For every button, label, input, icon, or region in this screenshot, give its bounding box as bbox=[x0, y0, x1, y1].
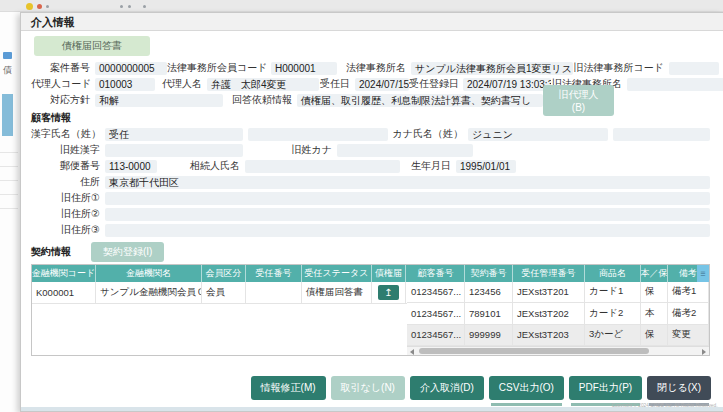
dialog-title: 介入情報 bbox=[21, 13, 723, 31]
status-badge: 債権届回答書 bbox=[34, 36, 150, 56]
customer-no-cell: 01234567... bbox=[407, 325, 465, 346]
cancel-intervention-button[interactable]: 介入取消(D) bbox=[410, 376, 484, 400]
bank-row[interactable]: K000001 サンプル金融機関会員０１ 会員 債権届回答書 ↥ bbox=[32, 282, 407, 304]
accept-date-field[interactable]: 2024/07/15 bbox=[355, 78, 409, 91]
heir-name-field[interactable] bbox=[245, 160, 400, 173]
agent-name-label: 代理人名 bbox=[155, 77, 207, 91]
csv-export-button[interactable]: CSV出力(O) bbox=[489, 376, 564, 400]
kana-name-mei-field[interactable] bbox=[613, 128, 710, 141]
case-info-row-3: 対応方針 和解 回答依頼情報 債権届、取引履歴、利息制限法計算書、契約書写し 旧… bbox=[31, 93, 710, 107]
old-agent-button[interactable]: 旧代理人(B) bbox=[543, 85, 614, 116]
address-field[interactable]: 東京都千代田区 bbox=[105, 176, 710, 189]
kana-name-label: カナ氏名（姓） bbox=[388, 127, 468, 141]
upload-icon[interactable]: ↥ bbox=[378, 285, 399, 300]
contract-row[interactable]: 01234567... 789101 JEXst3T202 カード2 本 備考2 bbox=[407, 303, 709, 325]
contract-register-button[interactable]: 契約登録(I) bbox=[91, 242, 164, 262]
favicon-dot-icon bbox=[128, 5, 131, 8]
contract-row[interactable]: 01234567... 999999 JEXst3T203 3かーど 保 変更 bbox=[407, 325, 709, 347]
pdf-export-button[interactable]: PDF出力(P) bbox=[569, 376, 642, 400]
kana-name-sei-field[interactable]: ジュニン bbox=[468, 128, 608, 141]
accept-status-cell: 債権届回答書 bbox=[302, 282, 372, 303]
bank-name-cell: サンプル金融機関会員０１ bbox=[96, 282, 202, 303]
bottom-strip bbox=[21, 407, 723, 411]
zip-field[interactable]: 113-0000 bbox=[105, 160, 157, 173]
old-address1-field[interactable] bbox=[105, 192, 710, 205]
background-text: 債 bbox=[3, 64, 12, 77]
background-row-line bbox=[0, 208, 18, 209]
accept-reg-date-label: 受任登録日 bbox=[409, 77, 463, 91]
mgmt-no-cell: JEXst3T203 bbox=[513, 325, 585, 346]
close-button[interactable]: 閉じる(X) bbox=[647, 376, 711, 400]
case-no-label: 案件番号 bbox=[31, 61, 95, 75]
kanji-name-label: 漢字氏名（姓） bbox=[31, 127, 105, 141]
old-address1-label: 旧住所① bbox=[31, 191, 105, 205]
old-address3-row: 旧住所③ bbox=[31, 223, 710, 237]
old-address3-field[interactable] bbox=[105, 224, 710, 237]
claim-report-cell: ↥ bbox=[372, 282, 406, 303]
contract-table-right-header: 顧客番号 契約番号 受任管理番号 商品名 本／保 備考 bbox=[407, 265, 709, 282]
col-claim-report: 債権届 bbox=[372, 265, 406, 282]
favicon-dot-icon bbox=[46, 5, 49, 8]
old-address2-field[interactable] bbox=[105, 208, 710, 221]
column-options-icon[interactable]: ☰ bbox=[697, 265, 709, 282]
member-type-cell: 会員 bbox=[202, 282, 246, 303]
hon-ho-cell: 本 bbox=[641, 303, 668, 324]
request-info-field[interactable]: 債権届、取引履歴、利息制限法計算書、契約書写し bbox=[297, 94, 543, 107]
office-code-field[interactable]: H000001 bbox=[271, 62, 337, 75]
col-customer-no: 顧客番号 bbox=[407, 265, 465, 282]
contract-row[interactable]: 01234567... 123456 JEXst3T201 カード1 保 備考1 bbox=[407, 282, 709, 304]
window-dot-yellow-icon bbox=[26, 3, 33, 10]
agent-name-field[interactable]: 弁護 太郎4変更 bbox=[207, 78, 319, 91]
horizontal-scrollbar[interactable] bbox=[407, 346, 709, 355]
kanji-name-sei-field[interactable]: 受任 bbox=[105, 128, 243, 141]
col-member-type: 会員区分 bbox=[202, 265, 246, 282]
accept-reg-date-field[interactable]: 2024/07/19 13:03:32 bbox=[463, 78, 551, 91]
product-cell: カード1 bbox=[585, 282, 641, 303]
office-name-label: 法律事務所名 bbox=[337, 61, 411, 75]
address-label: 住所 bbox=[31, 175, 105, 189]
agent-code-field[interactable]: 010003 bbox=[95, 78, 155, 91]
product-cell: 3かーど bbox=[585, 325, 641, 346]
background-page-fragment: 債 bbox=[0, 12, 20, 412]
old-office-name-field[interactable] bbox=[627, 78, 723, 91]
scroll-left-icon[interactable] bbox=[410, 349, 414, 355]
old-office-code-field[interactable] bbox=[669, 62, 719, 75]
old-address3-label: 旧住所③ bbox=[31, 223, 105, 237]
old-kana-field[interactable] bbox=[337, 144, 473, 157]
policy-field[interactable]: 和解 bbox=[95, 94, 223, 107]
zip-birth-row: 郵便番号 113-0000 相続人氏名 生年月日 1995/01/01 bbox=[31, 159, 710, 173]
case-no-field[interactable]: 0000000005 bbox=[95, 62, 167, 75]
background-favicon-icon bbox=[3, 52, 12, 59]
kanji-name-mei-field[interactable] bbox=[248, 128, 388, 141]
note-cell: 備考2 bbox=[668, 303, 709, 324]
note-cell: 備考1 bbox=[668, 282, 709, 303]
scrollbar-thumb[interactable] bbox=[419, 348, 649, 354]
note-cell: 変更 bbox=[668, 325, 709, 346]
background-row-line bbox=[0, 166, 18, 167]
agent-code-label: 代理人コード bbox=[31, 77, 95, 91]
office-code-label: 法律事務所会員コード bbox=[167, 61, 271, 75]
contract-no-cell: 123456 bbox=[465, 282, 513, 303]
heir-name-label: 相続人氏名 bbox=[171, 159, 245, 173]
accept-date-label: 受任日 bbox=[319, 77, 355, 91]
scroll-right-icon[interactable] bbox=[702, 349, 706, 355]
background-row-line bbox=[0, 152, 18, 153]
modify-info-button[interactable]: 情報修正(M) bbox=[251, 376, 326, 400]
accept-no-cell bbox=[246, 282, 302, 303]
old-kanji-label: 旧姓漢字 bbox=[31, 143, 105, 157]
mgmt-no-cell: JEXst3T202 bbox=[513, 303, 585, 324]
col-bank-name: 金融機関名 bbox=[96, 265, 202, 282]
hon-ho-cell: 保 bbox=[641, 325, 668, 346]
old-kana-label: 旧姓カナ bbox=[273, 143, 337, 157]
action-bar: 情報修正(M) 取引なし(N) 介入取消(D) CSV出力(O) PDF出力(P… bbox=[251, 376, 711, 400]
no-transaction-button[interactable]: 取引なし(N) bbox=[331, 376, 405, 400]
old-kanji-field[interactable] bbox=[105, 144, 243, 157]
address-row: 住所 東京都千代田区 bbox=[31, 175, 710, 189]
birth-date-field[interactable]: 1995/01/01 bbox=[456, 160, 516, 173]
old-address1-row: 旧住所① bbox=[31, 191, 710, 205]
office-name-field[interactable]: サンプル法律事務所会員1変更リスト bbox=[411, 62, 573, 75]
favicon-dot-icon bbox=[143, 5, 146, 8]
old-address2-label: 旧住所② bbox=[31, 207, 105, 221]
product-cell: カード2 bbox=[585, 303, 641, 324]
hon-ho-cell: 保 bbox=[641, 282, 668, 303]
